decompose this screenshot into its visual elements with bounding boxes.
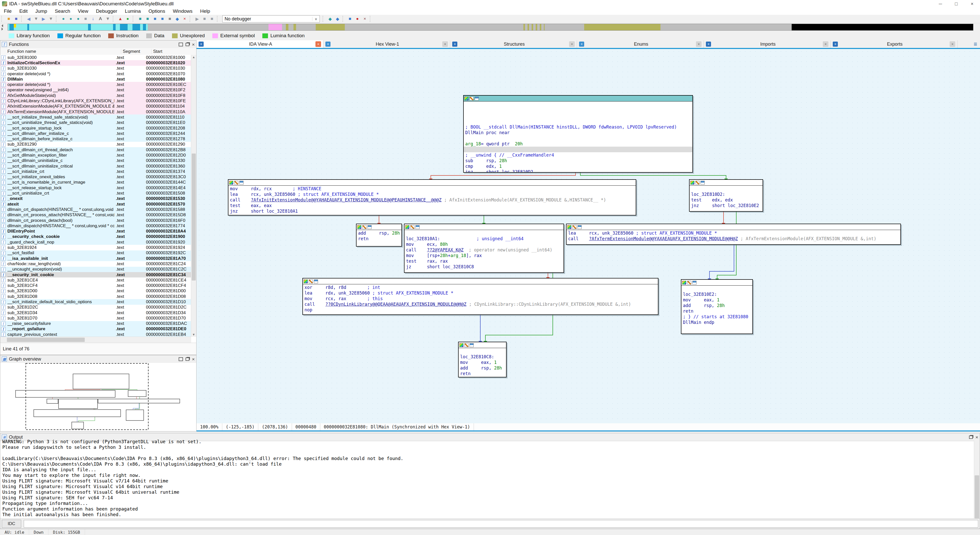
node-title-bar[interactable]: [303, 278, 658, 284]
node-edit-icon[interactable]: [410, 225, 414, 229]
names-dropdown-icon[interactable]: ▼: [104, 16, 111, 22]
output-log[interactable]: WARNING: Python 3 is not configured (Pyt…: [0, 439, 974, 518]
function-row[interactable]: f__scrt_dllmain_exception_filter.text000…: [0, 152, 191, 158]
functions-horizontal-scrollbar[interactable]: [0, 337, 191, 343]
scroll-up-icon[interactable]: ▲: [191, 55, 196, 59]
function-row[interactable]: f__scrt_dllmain_crt_thread_detach.text00…: [0, 147, 191, 152]
functions-vscroll-thumb[interactable]: [192, 154, 196, 281]
stop-process-icon[interactable]: ■: [208, 16, 215, 22]
node-title-bar[interactable]: [458, 342, 506, 348]
node-title-bar[interactable]: [356, 224, 401, 230]
graph-node-dllmain-entry[interactable]: ; BOOL __stdcall DllMain(HINSTANCE hinst…: [463, 95, 693, 173]
node-group-icon[interactable]: [578, 225, 582, 229]
function-row[interactable]: f__uncaught_exception(void).text00000000…: [0, 267, 191, 272]
node-group-icon[interactable]: [314, 279, 318, 283]
menu-options[interactable]: Options: [145, 8, 169, 14]
back-dropdown-icon[interactable]: ▼: [33, 16, 40, 22]
function-row[interactable]: fsub_32E81CF4.text0000000032E81CF4: [0, 283, 191, 288]
menu-jump[interactable]: Jump: [32, 8, 51, 14]
add-breakpoint-icon[interactable]: ●: [354, 16, 361, 22]
function-row[interactable]: f__scrt_dllmain_uninitialize_c.text00000…: [0, 158, 191, 164]
function-row[interactable]: fDllEntryPoint.text0000000032E818A4: [0, 229, 191, 234]
tab-close-icon[interactable]: ×: [823, 41, 829, 47]
node-title-bar[interactable]: [228, 180, 636, 186]
names-icon[interactable]: A: [97, 16, 104, 22]
function-row[interactable]: fdllmain_dispatch(HINSTANCE__ * const,ul…: [0, 223, 191, 229]
function-row[interactable]: f__scrt_initialize_onexit_tables.text000…: [0, 175, 191, 180]
tab-exports[interactable]: ≡Exports×: [831, 40, 958, 48]
tab-close-icon[interactable]: ×: [696, 41, 702, 47]
tab-structures[interactable]: ≡Structures×: [450, 40, 577, 48]
save-file-icon[interactable]: ■: [13, 16, 20, 22]
node-color-icon[interactable]: [460, 343, 463, 347]
node-color-icon[interactable]: [682, 281, 686, 284]
function-row[interactable]: fsub_32E81D34.text0000000032E81D34: [0, 310, 191, 316]
graph-node-loc-32E810E2[interactable]: loc_32E810E2:mov eax, 1add rsp, 28hretn;…: [681, 279, 753, 334]
edit-icon[interactable]: ◆: [174, 16, 181, 22]
tab-close-icon[interactable]: ×: [315, 41, 321, 47]
node-group-icon[interactable]: [692, 281, 697, 284]
forward-icon[interactable]: ▶: [40, 16, 47, 22]
output-float-button[interactable]: [969, 435, 973, 439]
function-row[interactable]: foperator delete(void *).text0000000032E…: [0, 71, 191, 76]
print-icon[interactable]: ■: [82, 16, 89, 22]
function-row[interactable]: f__report_gsfailure.text0000000032E81DE0: [0, 326, 191, 332]
function-row[interactable]: f__security_init_cookie.text0000000032E8…: [0, 272, 191, 278]
back-icon[interactable]: ◀: [25, 16, 32, 22]
function-row[interactable]: fsub_32E81D2C.text0000000032E81D2C: [0, 305, 191, 310]
functions-column-headers[interactable]: Function name Segment Start: [0, 48, 196, 55]
cross-references-icon[interactable]: ■: [144, 16, 151, 22]
graph-node-cdynlink-block[interactable]: xor r8d, r8d ; intlea rdx, unk_32E85060 …: [302, 278, 659, 315]
column-start[interactable]: Start: [151, 49, 196, 54]
node-color-icon[interactable]: [357, 225, 361, 229]
plugins-icon[interactable]: ■: [166, 16, 173, 22]
function-row[interactable]: f__scrt_dllmain_uninitialize_critical.te…: [0, 164, 191, 169]
node-edit-icon[interactable]: [695, 181, 700, 185]
function-row[interactable]: fAfxTermExtensionModule(AFX_EXTENSION_MO…: [0, 109, 191, 114]
functions-panel-header[interactable]: f Functions ×: [0, 41, 196, 48]
function-row[interactable]: f__scrt_fastfail.text0000000032E8192C: [0, 251, 191, 256]
function-row[interactable]: fsub_32E81030.text0000000032E81030: [0, 66, 191, 71]
function-row[interactable]: foperator delete(void *).text0000000032E…: [0, 82, 191, 87]
menu-debugger[interactable]: Debugger: [92, 8, 121, 14]
overview-close-button[interactable]: ×: [192, 357, 195, 362]
node-color-icon[interactable]: [304, 279, 308, 283]
tab-enums[interactable]: ≡Enums×: [577, 40, 704, 48]
functions-restore-button[interactable]: [179, 43, 183, 46]
tab-ida-view-a[interactable]: ≡IDA View-A×: [197, 40, 323, 48]
function-row[interactable]: fsub_32E81290.text0000000032E81290: [0, 142, 191, 147]
search-next-icon[interactable]: ●: [67, 16, 74, 22]
node-edit-icon[interactable]: [234, 181, 239, 185]
function-row[interactable]: f__scrt_dllmain_after_initialize_c.text0…: [0, 131, 191, 136]
node-edit-icon[interactable]: [363, 225, 366, 229]
function-row[interactable]: fatexit.text0000000032E81570: [0, 202, 191, 207]
tab-hex-view-1[interactable]: ≡Hex View-1×: [323, 40, 450, 48]
node-group-icon[interactable]: [700, 181, 705, 185]
scroll-down-icon[interactable]: ▼: [191, 332, 196, 337]
function-row[interactable]: f__scrt_initialize_crt.text0000000032E81…: [0, 169, 191, 174]
node-group-icon[interactable]: [239, 181, 243, 185]
search-text-icon[interactable]: ●: [60, 16, 67, 22]
menu-edit[interactable]: Edit: [16, 8, 32, 14]
function-row[interactable]: f__scrt_initialize_thread_safe_statics(v…: [0, 114, 191, 120]
function-row[interactable]: fcapture_previous_context.text0000000032…: [0, 332, 191, 337]
node-group-icon[interactable]: [469, 343, 474, 347]
run-until-return-icon[interactable]: ◆: [334, 16, 341, 22]
menu-windows[interactable]: Windows: [169, 8, 196, 14]
close-button[interactable]: ×: [964, 0, 980, 8]
function-row[interactable]: fsub_32E81000.text0000000032E81000: [0, 55, 191, 60]
node-edit-icon[interactable]: [309, 279, 313, 283]
function-row[interactable]: f__scrt_acquire_startup_lock.text0000000…: [0, 125, 191, 131]
function-row[interactable]: f__isa_available_init.text0000000032E81A…: [0, 256, 191, 261]
function-row[interactable]: f__scrt_uninitialize_thread_safe_statics…: [0, 120, 191, 125]
function-row[interactable]: fInitializeCriticalSectionEx.text0000000…: [0, 60, 191, 65]
calculator-icon[interactable]: ■: [137, 16, 144, 22]
function-row[interactable]: fcharNode::raw_length(void).text00000000…: [0, 261, 191, 267]
node-group-icon[interactable]: [368, 225, 372, 229]
node-edit-icon[interactable]: [687, 281, 691, 284]
graph-node-afxinit-block[interactable]: mov rdx, rcx ; HINSTANCElea rcx, unk_32E…: [228, 179, 636, 216]
jump-address-icon[interactable]: ↓: [89, 16, 97, 22]
function-row[interactable]: fAfxInitExtensionModule(AFX_EXTENSION_MO…: [0, 104, 191, 109]
function-row[interactable]: f__scrt_is_nonwritable_in_current_image.…: [0, 180, 191, 185]
function-row[interactable]: f__scrt_release_startup_lock.text0000000…: [0, 185, 191, 191]
